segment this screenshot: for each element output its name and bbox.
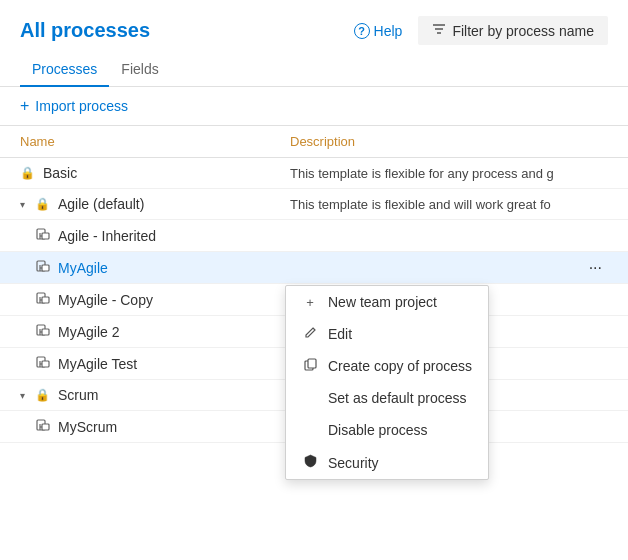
svg-rect-28 bbox=[308, 359, 316, 368]
process-name-myagile-test: MyAgile Test bbox=[58, 356, 137, 372]
lock-icon: 🔒 bbox=[35, 197, 50, 211]
row-name-myagile-copy: MyAgile - Copy bbox=[36, 291, 306, 308]
menu-item-new-team-project[interactable]: + New team project bbox=[286, 286, 488, 318]
menu-item-set-default[interactable]: Set as default process bbox=[286, 382, 488, 414]
tab-bar: Processes Fields bbox=[0, 53, 628, 87]
filter-icon bbox=[432, 22, 446, 39]
process-name-myagile-copy: MyAgile - Copy bbox=[58, 292, 153, 308]
table-header: Name Description bbox=[0, 126, 628, 158]
table-row: MyAgile ··· bbox=[0, 252, 628, 284]
lock-icon: 🔒 bbox=[20, 166, 35, 180]
process-name-basic: Basic bbox=[43, 165, 77, 181]
svg-rect-6 bbox=[42, 233, 49, 239]
menu-label-create-copy: Create copy of process bbox=[328, 358, 472, 374]
tab-processes[interactable]: Processes bbox=[20, 53, 109, 87]
process-icon bbox=[36, 418, 52, 435]
row-name-agile-inherited: Agile - Inherited bbox=[36, 227, 306, 244]
menu-item-disable[interactable]: Disable process bbox=[286, 414, 488, 446]
table-row: 🔒 Basic This template is flexible for an… bbox=[0, 158, 628, 189]
process-icon bbox=[36, 291, 52, 308]
filter-label: Filter by process name bbox=[452, 23, 594, 39]
context-menu: + New team project Edit Create copy of p… bbox=[285, 285, 489, 480]
toolbar: + Import process bbox=[0, 87, 628, 126]
svg-rect-26 bbox=[42, 424, 49, 430]
plus-icon: + bbox=[302, 295, 318, 310]
menu-item-create-copy[interactable]: Create copy of process bbox=[286, 350, 488, 382]
copy-icon bbox=[302, 358, 318, 374]
process-icon bbox=[36, 355, 52, 372]
process-name-scrum: Scrum bbox=[58, 387, 98, 403]
row-name-basic: 🔒 Basic bbox=[20, 165, 290, 181]
process-icon bbox=[36, 227, 52, 244]
ellipsis-button[interactable]: ··· bbox=[583, 257, 608, 279]
row-name-myagile: MyAgile bbox=[36, 259, 306, 276]
menu-label-edit: Edit bbox=[328, 326, 352, 342]
row-desc-agile: This template is flexible and will work … bbox=[290, 197, 608, 212]
col-desc-header: Description bbox=[290, 134, 608, 149]
row-name-scrum: ▾ 🔒 Scrum bbox=[20, 387, 290, 403]
svg-rect-10 bbox=[42, 265, 49, 271]
plus-icon: + bbox=[20, 97, 29, 115]
tab-fields[interactable]: Fields bbox=[109, 53, 170, 87]
lock-icon: 🔒 bbox=[35, 388, 50, 402]
import-label: Import process bbox=[35, 98, 128, 114]
import-process-button[interactable]: + Import process bbox=[20, 97, 128, 115]
svg-rect-22 bbox=[42, 361, 49, 367]
row-name-myagile2: MyAgile 2 bbox=[36, 323, 306, 340]
filter-button[interactable]: Filter by process name bbox=[418, 16, 608, 45]
shield-icon bbox=[302, 454, 318, 471]
help-label: Help bbox=[374, 23, 403, 39]
process-name-agile: Agile (default) bbox=[58, 196, 144, 212]
row-desc-basic: This template is flexible for any proces… bbox=[290, 166, 608, 181]
menu-label-disable: Disable process bbox=[328, 422, 428, 438]
process-icon bbox=[36, 259, 52, 276]
menu-label-set-default: Set as default process bbox=[328, 390, 467, 406]
process-name-agile-inherited: Agile - Inherited bbox=[58, 228, 156, 244]
chevron-icon: ▾ bbox=[20, 390, 25, 401]
table-row: ▾ 🔒 Agile (default) This template is fle… bbox=[0, 189, 628, 220]
row-name-myscrum: MyScrum bbox=[36, 418, 306, 435]
menu-label-security: Security bbox=[328, 455, 379, 471]
chevron-icon: ▾ bbox=[20, 199, 25, 210]
header-actions: ? Help Filter by process name bbox=[354, 16, 608, 45]
help-icon: ? bbox=[354, 23, 370, 39]
menu-item-security[interactable]: Security bbox=[286, 446, 488, 479]
process-name-myagile[interactable]: MyAgile bbox=[58, 260, 108, 276]
process-name-myscrum: MyScrum bbox=[58, 419, 117, 435]
page-title: All processes bbox=[20, 19, 150, 42]
process-name-myagile2: MyAgile 2 bbox=[58, 324, 119, 340]
table-row: Agile - Inherited bbox=[0, 220, 628, 252]
svg-rect-18 bbox=[42, 329, 49, 335]
col-name-header: Name bbox=[20, 134, 290, 149]
process-icon bbox=[36, 323, 52, 340]
menu-item-edit[interactable]: Edit bbox=[286, 318, 488, 350]
page-header: All processes ? Help Filter by process n… bbox=[0, 0, 628, 53]
pencil-icon bbox=[302, 326, 318, 342]
row-name-agile: ▾ 🔒 Agile (default) bbox=[20, 196, 290, 212]
row-name-myagile-test: MyAgile Test bbox=[36, 355, 306, 372]
svg-rect-14 bbox=[42, 297, 49, 303]
help-link[interactable]: ? Help bbox=[354, 23, 403, 39]
menu-label-new-team-project: New team project bbox=[328, 294, 437, 310]
